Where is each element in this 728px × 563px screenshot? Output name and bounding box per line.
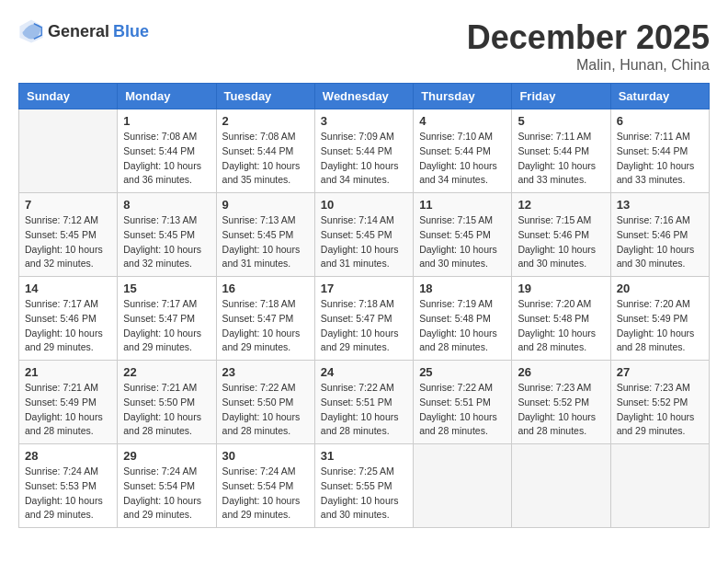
calendar-cell bbox=[19, 109, 118, 193]
calendar: SundayMondayTuesdayWednesdayThursdayFrid… bbox=[18, 83, 710, 528]
day-info: Sunrise: 7:16 AMSunset: 5:46 PMDaylight:… bbox=[617, 213, 703, 271]
day-number: 25 bbox=[419, 365, 506, 379]
calendar-cell: 30Sunrise: 7:24 AMSunset: 5:54 PMDayligh… bbox=[216, 444, 314, 528]
calendar-cell: 19Sunrise: 7:20 AMSunset: 5:48 PMDayligh… bbox=[512, 277, 610, 361]
calendar-cell: 13Sunrise: 7:16 AMSunset: 5:46 PMDayligh… bbox=[610, 193, 709, 277]
day-number: 16 bbox=[222, 282, 309, 295]
day-info: Sunrise: 7:17 AMSunset: 5:47 PMDaylight:… bbox=[123, 297, 210, 355]
month-title: December 2025 bbox=[467, 18, 710, 57]
day-number: 13 bbox=[617, 198, 703, 212]
day-info: Sunrise: 7:22 AMSunset: 5:50 PMDaylight:… bbox=[222, 381, 309, 439]
calendar-cell: 10Sunrise: 7:14 AMSunset: 5:45 PMDayligh… bbox=[314, 193, 413, 277]
weekday-header-friday: Friday bbox=[512, 84, 610, 109]
calendar-cell bbox=[512, 444, 610, 528]
calendar-cell: 26Sunrise: 7:23 AMSunset: 5:52 PMDayligh… bbox=[512, 361, 610, 444]
calendar-cell bbox=[414, 444, 512, 528]
day-number: 24 bbox=[321, 365, 407, 379]
calendar-cell: 21Sunrise: 7:21 AMSunset: 5:49 PMDayligh… bbox=[19, 361, 118, 444]
day-number: 4 bbox=[419, 114, 506, 128]
day-info: Sunrise: 7:23 AMSunset: 5:52 PMDaylight:… bbox=[617, 381, 703, 439]
calendar-cell: 18Sunrise: 7:19 AMSunset: 5:48 PMDayligh… bbox=[414, 277, 512, 361]
calendar-cell: 9Sunrise: 7:13 AMSunset: 5:45 PMDaylight… bbox=[216, 193, 314, 277]
day-number: 31 bbox=[321, 449, 407, 463]
day-number: 19 bbox=[518, 282, 604, 295]
day-info: Sunrise: 7:15 AMSunset: 5:45 PMDaylight:… bbox=[419, 213, 506, 271]
day-number: 5 bbox=[518, 114, 604, 128]
title-area: December 2025 Malin, Hunan, China bbox=[467, 18, 710, 74]
calendar-cell: 15Sunrise: 7:17 AMSunset: 5:47 PMDayligh… bbox=[118, 277, 216, 361]
day-number: 9 bbox=[222, 198, 309, 212]
calendar-cell: 8Sunrise: 7:13 AMSunset: 5:45 PMDaylight… bbox=[118, 193, 216, 277]
weekday-header-monday: Monday bbox=[118, 84, 216, 109]
calendar-cell: 14Sunrise: 7:17 AMSunset: 5:46 PMDayligh… bbox=[19, 277, 118, 361]
day-number: 23 bbox=[222, 365, 309, 379]
calendar-cell: 23Sunrise: 7:22 AMSunset: 5:50 PMDayligh… bbox=[216, 361, 314, 444]
day-number: 8 bbox=[123, 198, 210, 212]
day-info: Sunrise: 7:22 AMSunset: 5:51 PMDaylight:… bbox=[321, 381, 407, 439]
day-info: Sunrise: 7:15 AMSunset: 5:46 PMDaylight:… bbox=[518, 213, 604, 271]
day-number: 3 bbox=[321, 114, 407, 128]
weekday-header-sunday: Sunday bbox=[19, 84, 118, 109]
day-number: 15 bbox=[123, 282, 210, 295]
day-info: Sunrise: 7:13 AMSunset: 5:45 PMDaylight:… bbox=[222, 213, 309, 271]
calendar-cell: 4Sunrise: 7:10 AMSunset: 5:44 PMDaylight… bbox=[414, 109, 512, 193]
calendar-cell: 29Sunrise: 7:24 AMSunset: 5:54 PMDayligh… bbox=[118, 444, 216, 528]
calendar-cell: 31Sunrise: 7:25 AMSunset: 5:55 PMDayligh… bbox=[314, 444, 413, 528]
weekday-header-wednesday: Wednesday bbox=[314, 84, 413, 109]
logo: GeneralBlue bbox=[18, 18, 149, 44]
calendar-cell: 6Sunrise: 7:11 AMSunset: 5:44 PMDaylight… bbox=[610, 109, 709, 193]
calendar-cell: 2Sunrise: 7:08 AMSunset: 5:44 PMDaylight… bbox=[216, 109, 314, 193]
day-info: Sunrise: 7:20 AMSunset: 5:49 PMDaylight:… bbox=[617, 297, 703, 355]
day-info: Sunrise: 7:21 AMSunset: 5:50 PMDaylight:… bbox=[123, 381, 210, 439]
day-info: Sunrise: 7:21 AMSunset: 5:49 PMDaylight:… bbox=[25, 381, 111, 439]
day-info: Sunrise: 7:11 AMSunset: 5:44 PMDaylight:… bbox=[518, 130, 604, 188]
header: GeneralBlue December 2025 Malin, Hunan, … bbox=[18, 18, 710, 74]
day-info: Sunrise: 7:18 AMSunset: 5:47 PMDaylight:… bbox=[321, 297, 407, 355]
calendar-cell: 16Sunrise: 7:18 AMSunset: 5:47 PMDayligh… bbox=[216, 277, 314, 361]
calendar-cell: 28Sunrise: 7:24 AMSunset: 5:53 PMDayligh… bbox=[19, 444, 118, 528]
day-info: Sunrise: 7:09 AMSunset: 5:44 PMDaylight:… bbox=[321, 130, 407, 188]
location-title: Malin, Hunan, China bbox=[467, 57, 710, 74]
day-info: Sunrise: 7:17 AMSunset: 5:46 PMDaylight:… bbox=[25, 297, 111, 355]
day-number: 30 bbox=[222, 449, 309, 463]
day-info: Sunrise: 7:14 AMSunset: 5:45 PMDaylight:… bbox=[321, 213, 407, 271]
calendar-cell: 5Sunrise: 7:11 AMSunset: 5:44 PMDaylight… bbox=[512, 109, 610, 193]
calendar-cell: 20Sunrise: 7:20 AMSunset: 5:49 PMDayligh… bbox=[610, 277, 709, 361]
day-info: Sunrise: 7:19 AMSunset: 5:48 PMDaylight:… bbox=[419, 297, 506, 355]
day-info: Sunrise: 7:10 AMSunset: 5:44 PMDaylight:… bbox=[419, 130, 506, 188]
weekday-header-tuesday: Tuesday bbox=[216, 84, 314, 109]
logo-general: General bbox=[48, 22, 109, 41]
day-info: Sunrise: 7:13 AMSunset: 5:45 PMDaylight:… bbox=[123, 213, 210, 271]
day-info: Sunrise: 7:18 AMSunset: 5:47 PMDaylight:… bbox=[222, 297, 309, 355]
day-number: 27 bbox=[617, 365, 703, 379]
day-number: 2 bbox=[222, 114, 309, 128]
day-info: Sunrise: 7:11 AMSunset: 5:44 PMDaylight:… bbox=[617, 130, 703, 188]
calendar-cell bbox=[610, 444, 709, 528]
calendar-cell: 27Sunrise: 7:23 AMSunset: 5:52 PMDayligh… bbox=[610, 361, 709, 444]
day-number: 6 bbox=[617, 114, 703, 128]
day-number: 20 bbox=[617, 282, 703, 295]
day-info: Sunrise: 7:23 AMSunset: 5:52 PMDaylight:… bbox=[518, 381, 604, 439]
day-number: 21 bbox=[25, 365, 111, 379]
day-info: Sunrise: 7:08 AMSunset: 5:44 PMDaylight:… bbox=[222, 130, 309, 188]
day-number: 10 bbox=[321, 198, 407, 212]
calendar-cell: 25Sunrise: 7:22 AMSunset: 5:51 PMDayligh… bbox=[414, 361, 512, 444]
day-number: 22 bbox=[123, 365, 210, 379]
day-number: 7 bbox=[25, 198, 111, 212]
calendar-cell: 1Sunrise: 7:08 AMSunset: 5:44 PMDaylight… bbox=[118, 109, 216, 193]
weekday-header-saturday: Saturday bbox=[610, 84, 709, 109]
day-number: 11 bbox=[419, 198, 506, 212]
day-info: Sunrise: 7:24 AMSunset: 5:53 PMDaylight:… bbox=[25, 465, 111, 523]
generalblue-icon bbox=[18, 18, 44, 44]
day-info: Sunrise: 7:08 AMSunset: 5:44 PMDaylight:… bbox=[123, 130, 210, 188]
day-number: 17 bbox=[321, 282, 407, 295]
day-number: 12 bbox=[518, 198, 604, 212]
calendar-cell: 24Sunrise: 7:22 AMSunset: 5:51 PMDayligh… bbox=[314, 361, 413, 444]
logo-blue: Blue bbox=[113, 22, 149, 41]
calendar-cell: 11Sunrise: 7:15 AMSunset: 5:45 PMDayligh… bbox=[414, 193, 512, 277]
day-number: 18 bbox=[419, 282, 506, 295]
day-number: 14 bbox=[25, 282, 111, 295]
calendar-cell: 17Sunrise: 7:18 AMSunset: 5:47 PMDayligh… bbox=[314, 277, 413, 361]
day-info: Sunrise: 7:20 AMSunset: 5:48 PMDaylight:… bbox=[518, 297, 604, 355]
calendar-cell: 3Sunrise: 7:09 AMSunset: 5:44 PMDaylight… bbox=[314, 109, 413, 193]
